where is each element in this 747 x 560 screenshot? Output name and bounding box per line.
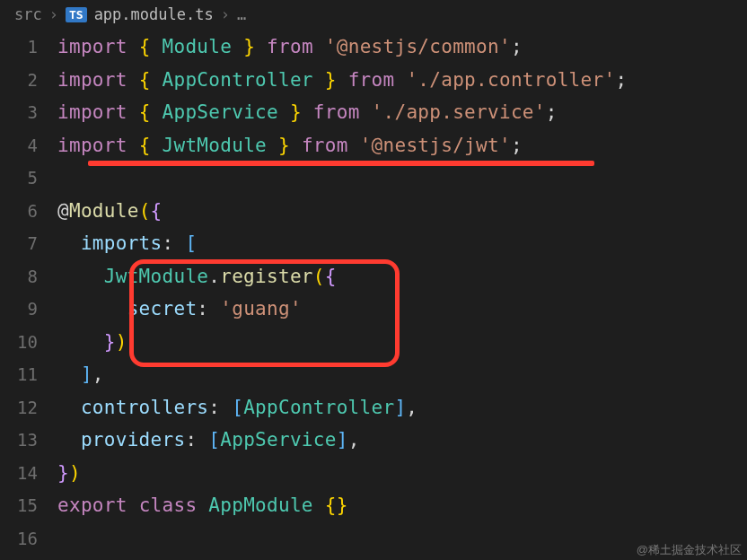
line-number: 5 <box>0 162 57 195</box>
code-line[interactable]: 13 providers: [AppService], <box>0 424 747 457</box>
breadcrumb-folder[interactable]: src <box>14 5 42 23</box>
code-content[interactable]: providers: [AppService], <box>57 424 360 457</box>
line-number: 15 <box>0 489 57 522</box>
code-content[interactable]: ], <box>57 358 104 391</box>
code-content[interactable]: imports: [ <box>57 227 197 260</box>
line-number: 11 <box>0 358 57 391</box>
chevron-right-icon: › <box>221 5 230 23</box>
code-line[interactable]: 5 <box>0 162 747 195</box>
code-line[interactable]: 9 secret: 'guang' <box>0 293 747 326</box>
code-line[interactable]: 6@Module({ <box>0 195 747 228</box>
breadcrumb[interactable]: src › TS app.module.ts › … <box>0 0 747 29</box>
code-content[interactable]: JwtModule.register({ <box>57 260 337 293</box>
code-line[interactable]: 16 <box>0 522 747 556</box>
code-editor[interactable]: 1import { Module } from '@nestjs/common'… <box>0 29 747 555</box>
line-number: 13 <box>0 424 57 457</box>
line-number: 7 <box>0 227 57 260</box>
code-line[interactable]: 12 controllers: [AppController], <box>0 391 747 424</box>
annotation-underline <box>88 161 594 166</box>
code-line[interactable]: 11 ], <box>0 358 747 391</box>
code-line[interactable]: 4import { JwtModule } from '@nestjs/jwt'… <box>0 129 747 162</box>
code-content[interactable]: export class AppModule {} <box>57 489 348 522</box>
code-content[interactable]: import { AppController } from './app.con… <box>57 64 627 97</box>
line-number: 8 <box>0 260 57 293</box>
code-line[interactable]: 1import { Module } from '@nestjs/common'… <box>0 31 747 64</box>
code-line[interactable]: 3import { AppService } from './app.servi… <box>0 96 747 129</box>
code-content[interactable]: import { Module } from '@nestjs/common'; <box>57 31 523 64</box>
code-line[interactable]: 14}) <box>0 457 747 490</box>
line-number: 4 <box>0 129 57 162</box>
watermark: @稀土掘金技术社区 <box>637 542 742 558</box>
breadcrumb-file[interactable]: app.module.ts <box>94 5 214 23</box>
line-number: 2 <box>0 64 57 97</box>
typescript-icon: TS <box>66 7 87 22</box>
code-line[interactable]: 15export class AppModule {} <box>0 489 747 522</box>
line-number: 6 <box>0 195 57 228</box>
code-line[interactable]: 10 }) <box>0 326 747 359</box>
line-number: 9 <box>0 293 57 326</box>
code-content[interactable]: @Module({ <box>57 195 163 228</box>
line-number: 3 <box>0 96 57 129</box>
line-number: 12 <box>0 391 57 424</box>
code-content[interactable]: }) <box>57 457 81 490</box>
code-content[interactable]: import { JwtModule } from '@nestjs/jwt'; <box>57 129 523 162</box>
line-number: 1 <box>0 31 57 64</box>
breadcrumb-more[interactable]: … <box>237 5 246 23</box>
code-line[interactable]: 2import { AppController } from './app.co… <box>0 64 747 97</box>
line-number: 16 <box>0 522 57 556</box>
code-content[interactable]: }) <box>57 326 127 359</box>
code-content[interactable]: secret: 'guang' <box>57 293 302 326</box>
line-number: 14 <box>0 457 57 490</box>
chevron-right-icon: › <box>49 5 58 23</box>
line-number: 10 <box>0 326 57 359</box>
code-line[interactable]: 8 JwtModule.register({ <box>0 260 747 293</box>
code-line[interactable]: 7 imports: [ <box>0 227 747 260</box>
code-content[interactable]: controllers: [AppController], <box>57 391 417 424</box>
code-content[interactable]: import { AppService } from './app.servic… <box>57 96 558 129</box>
